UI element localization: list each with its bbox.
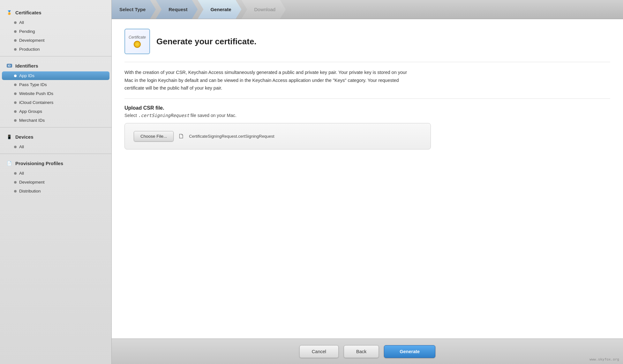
sidebar-item-all-prov[interactable]: All <box>2 169 109 178</box>
upload-subtitle-code: .certSigningRequest <box>138 113 189 118</box>
file-upload-box: Choose File... 🗋 CertificateSigningReque… <box>124 123 431 149</box>
step-label: Select Type <box>119 7 146 12</box>
sidebar-item-label: Development <box>19 180 45 185</box>
upload-subtitle: Select .certSigningRequest file saved on… <box>124 113 610 118</box>
page-title: Generate your certificate. <box>156 37 257 47</box>
content-divider-1 <box>124 62 610 62</box>
sidebar-item-label: Pass Type IDs <box>19 82 47 87</box>
cancel-button[interactable]: Cancel <box>299 345 339 358</box>
sidebar-item-distribution-prov[interactable]: Distribution <box>2 187 109 195</box>
certificate-icon: Certificate <box>124 29 150 54</box>
description-text: With the creation of your CSR, Keychain … <box>124 69 412 92</box>
sidebar-item-pending[interactable]: Pending <box>2 27 109 36</box>
sidebar-dot <box>14 181 17 184</box>
sidebar-item-pass-type-ids[interactable]: Pass Type IDs <box>2 80 109 89</box>
sidebar-section-certificates: 🏅 Certificates <box>0 6 111 18</box>
certificates-label: Certificates <box>15 10 41 15</box>
identifiers-label: Identifiers <box>15 63 38 69</box>
id-badge: ID <box>7 64 12 68</box>
sidebar-divider-1 <box>0 56 111 56</box>
upload-subtitle-prefix: Select <box>124 113 138 118</box>
sidebar-item-development-cert[interactable]: Development <box>2 36 109 45</box>
sidebar-item-app-ids[interactable]: App IDs <box>2 71 109 80</box>
sidebar: 🏅 Certificates All Pending Development P… <box>0 0 112 364</box>
sidebar-dot <box>14 21 17 24</box>
upload-subtitle-suffix: file saved on your Mac. <box>189 113 236 118</box>
sidebar-item-all-devices[interactable]: All <box>2 142 109 151</box>
sidebar-item-icloud-containers[interactable]: iCloud Containers <box>2 98 109 107</box>
sidebar-dot <box>14 30 17 33</box>
step-generate[interactable]: Generate <box>198 0 241 19</box>
sidebar-item-production-cert[interactable]: Production <box>2 45 109 54</box>
step-select-type[interactable]: Select Type <box>112 0 156 19</box>
sidebar-divider-3 <box>0 154 111 154</box>
sidebar-dot <box>14 172 17 175</box>
sidebar-divider-2 <box>0 127 111 127</box>
sidebar-dot <box>14 101 17 104</box>
content-area: Certificate Generate your certificate. W… <box>112 19 623 339</box>
sidebar-section-identifiers: ID Identifiers <box>0 59 111 71</box>
sidebar-section-provisioning: 📄 Provisioning Profiles <box>0 157 111 169</box>
stepper: Select Type Request Generate Download <box>112 0 623 19</box>
step-request[interactable]: Request <box>156 0 198 19</box>
step-download: Download <box>242 0 286 19</box>
sidebar-item-website-push-ids[interactable]: Website Push IDs <box>2 89 109 98</box>
cert-icon-text: Certificate <box>129 35 146 40</box>
sidebar-dot <box>14 110 17 113</box>
main-panel: Select Type Request Generate Download Ce… <box>112 0 623 364</box>
sidebar-dot <box>14 146 17 148</box>
sidebar-item-label: Distribution <box>19 189 41 193</box>
sidebar-dot <box>14 84 17 86</box>
content-divider-2 <box>124 98 610 99</box>
sidebar-item-label: App IDs <box>19 73 34 78</box>
sidebar-dot <box>14 39 17 42</box>
identifiers-icon: ID <box>6 62 13 69</box>
sidebar-item-label: App Groups <box>19 109 42 114</box>
sidebar-item-label: All <box>19 171 24 176</box>
upload-section: Upload CSR file. Select .certSigningRequ… <box>124 105 610 149</box>
devices-label: Devices <box>15 134 34 140</box>
sidebar-dot <box>14 48 17 51</box>
sidebar-dot <box>14 75 17 77</box>
file-name: CertificateSigningRequest.certSigningReq… <box>189 134 274 139</box>
sidebar-item-label: Merchant IDs <box>19 118 45 123</box>
step-label: Generate <box>210 7 231 12</box>
sidebar-item-development-prov[interactable]: Development <box>2 178 109 186</box>
bottom-bar: Cancel Back Generate <box>112 339 623 364</box>
file-icon: 🗋 <box>178 133 184 140</box>
cert-seal <box>134 41 141 48</box>
sidebar-item-label: All <box>19 20 24 25</box>
sidebar-item-label: All <box>19 144 24 149</box>
content-header: Certificate Generate your certificate. <box>124 29 610 54</box>
choose-file-button[interactable]: Choose File... <box>134 131 174 142</box>
sidebar-dot <box>14 190 17 193</box>
sidebar-item-label: Development <box>19 38 45 43</box>
provisioning-icon: 📄 <box>6 160 13 167</box>
step-label: Request <box>169 7 187 12</box>
sidebar-item-merchant-ids[interactable]: Merchant IDs <box>2 116 109 125</box>
sidebar-dot <box>14 119 17 122</box>
watermark: www.skyfox.org <box>589 357 619 361</box>
devices-icon: 📱 <box>6 133 13 140</box>
sidebar-item-label: Pending <box>19 29 35 34</box>
generate-button[interactable]: Generate <box>384 345 435 358</box>
upload-title: Upload CSR file. <box>124 105 610 111</box>
sidebar-dot <box>14 92 17 95</box>
sidebar-item-label: Production <box>19 47 40 52</box>
sidebar-section-devices: 📱 Devices <box>0 130 111 142</box>
sidebar-item-label: iCloud Containers <box>19 100 53 105</box>
back-button[interactable]: Back <box>344 345 379 358</box>
provisioning-label: Provisioning Profiles <box>15 161 63 166</box>
sidebar-item-app-groups[interactable]: App Groups <box>2 107 109 116</box>
certificates-icon: 🏅 <box>6 9 13 16</box>
step-label: Download <box>254 7 276 12</box>
sidebar-item-all-certs[interactable]: All <box>2 18 109 27</box>
sidebar-item-label: Website Push IDs <box>19 91 53 96</box>
